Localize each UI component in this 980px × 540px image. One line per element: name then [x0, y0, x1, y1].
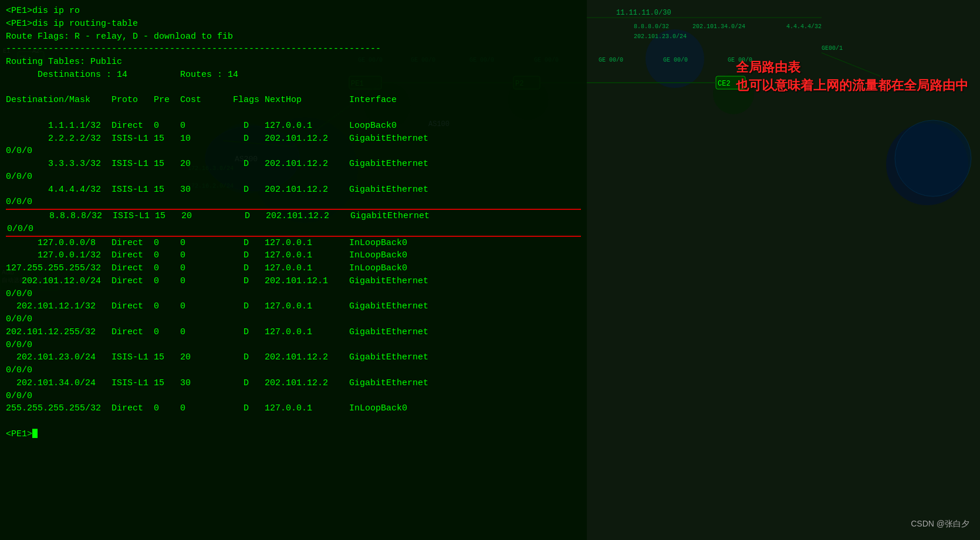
route-202-12-1-cont: 0/0/0	[6, 313, 581, 326]
route-202-12-0: 202.101.12.0/24 Direct 0 0 D 202.101.12.…	[6, 275, 581, 288]
route-202-34: 202.101.34.0/24 ISIS-L1 15 30 D 202.101.…	[6, 377, 581, 390]
route-202-12-255-cont: 0/0/0	[6, 339, 581, 352]
route-127-255: 127.255.255.255/32 Direct 0 0 D 127.0.0.…	[6, 262, 581, 275]
svg-text:11.11.11.0/30: 11.11.11.0/30	[616, 9, 671, 17]
annotation-box: 全局路由表 也可以意味着上网的流量都在全局路由中	[736, 59, 968, 95]
route-202-12-1: 202.101.12.1/32 Direct 0 0 D 127.0.0.1 G…	[6, 300, 581, 313]
route-255-255: 255.255.255.255/32 Direct 0 0 D 127.0.0.…	[6, 402, 581, 415]
svg-text:202.101.23.0/24: 202.101.23.0/24	[634, 33, 687, 40]
route-202-23-cont: 0/0/0	[6, 364, 581, 377]
watermark: CSDN @张白夕	[911, 519, 969, 529]
svg-text:GE 00/0: GE 00/0	[599, 57, 623, 63]
route-4-4-4-4: 4.4.4.4/32 ISIS-L1 15 30 D 202.101.12.2 …	[6, 184, 581, 196]
svg-text:GE 00/0: GE 00/0	[663, 57, 688, 63]
route-127-0-1: 127.0.0.1/32 Direct 0 0 D 127.0.0.1 InLo…	[6, 249, 581, 262]
terminal-line-4: ----------------------------------------…	[6, 43, 581, 56]
route-2-2-2-2: 2.2.2.2/32 ISIS-L1 15 10 D 202.101.12.2 …	[6, 133, 581, 145]
svg-text:8.8.8.0/32: 8.8.8.0/32	[634, 23, 669, 30]
svg-text:202.101.34.0/24: 202.101.34.0/24	[692, 23, 745, 30]
route-202-23: 202.101.23.0/24 ISIS-L1 15 20 D 202.101.…	[6, 351, 581, 364]
route-3-3-3-3-cont: 0/0/0	[6, 171, 581, 184]
svg-point-43	[895, 120, 971, 196]
route-8-8-8-8: 8.8.8.8/32 ISIS-L1 15 20 D 202.101.12.2 …	[7, 210, 580, 223]
terminal-prompt[interactable]: <PE1>█	[6, 428, 581, 441]
terminal-line-5: Routing Tables: Public	[6, 56, 581, 69]
terminal-content: <PE1>dis ip ro <PE1>dis ip routing-table…	[6, 5, 581, 535]
route-4-4-4-4-cont: 0/0/0	[6, 196, 581, 209]
route-1-1-1-1: 1.1.1.1/32 Direct 0 0 D 127.0.0.1 LoopBa…	[6, 120, 581, 133]
terminal-line-6: Destinations : 14 Routes : 14	[6, 69, 581, 81]
svg-text:CE2: CE2	[718, 80, 731, 88]
terminal-blank	[6, 415, 581, 428]
route-8-8-8-8-cont: 0/0/0	[7, 223, 580, 236]
route-3-3-3-3: 3.3.3.3/32 ISIS-L1 15 20 D 202.101.12.2 …	[6, 158, 581, 171]
terminal-line-8	[6, 107, 581, 120]
svg-text:4.4.4.4/32: 4.4.4.4/32	[786, 23, 822, 30]
terminal-line-2: <PE1>dis ip routing-table	[6, 18, 581, 30]
highlighted-route-group: 8.8.8.8/32 ISIS-L1 15 20 D 202.101.12.2 …	[6, 209, 581, 237]
route-127-0-0: 127.0.0.0/8 Direct 0 0 D 127.0.0.1 InLoo…	[6, 237, 581, 250]
route-2-2-2-2-cont: 0/0/0	[6, 145, 581, 158]
column-header: Destination/Mask Proto Pre Cost Flags Ne…	[6, 94, 581, 107]
terminal-line-7	[6, 81, 581, 94]
svg-text:GE00/1: GE00/1	[822, 45, 843, 52]
annotation-line1: 全局路由表	[736, 59, 968, 77]
route-202-34-cont: 0/0/0	[6, 390, 581, 403]
terminal-window: <PE1>dis ip ro <PE1>dis ip routing-table…	[0, 0, 587, 540]
route-202-12-0-cont: 0/0/0	[6, 288, 581, 301]
terminal-line-1: <PE1>dis ip ro	[6, 5, 581, 18]
annotation-line2: 也可以意味着上网的流量都在全局路由中	[736, 77, 968, 95]
terminal-line-3: Route Flags: R - relay, D - download to …	[6, 30, 581, 43]
route-202-12-255: 202.101.12.255/32 Direct 0 0 D 127.0.0.1…	[6, 326, 581, 339]
